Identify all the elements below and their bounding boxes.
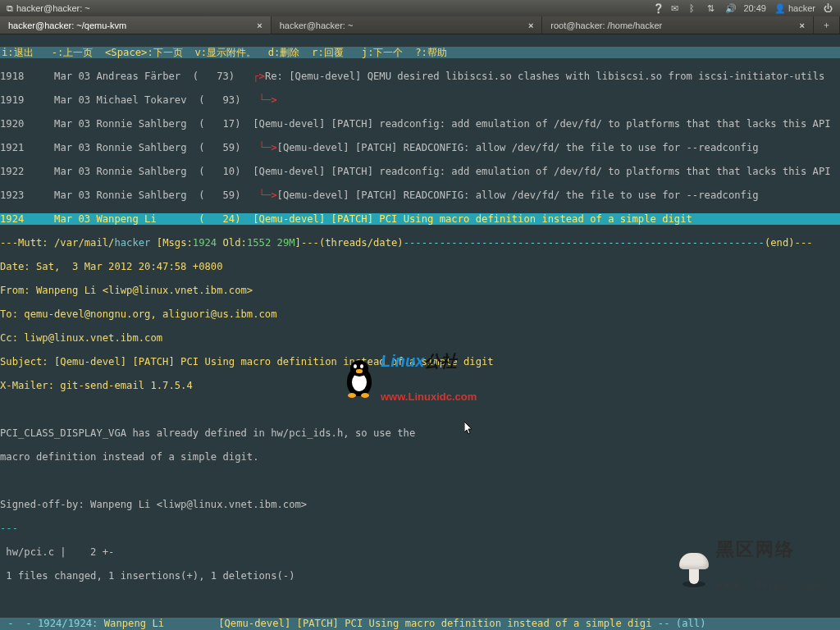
tab-label: root@hacker: /home/hacker [550, 21, 662, 30]
diffstat: hw/pci.c | 2 +- [0, 546, 840, 559]
clock[interactable]: 20:49 [743, 3, 766, 13]
window-app-icon: ⧉ [7, 3, 13, 14]
close-tab-icon[interactable]: × [257, 21, 262, 30]
system-tray[interactable]: ❔ ✉ ᛒ ⇅ 🔊 20:49 👤 hacker ⏻ [653, 3, 833, 14]
mail-header-date: Date: Sat, 3 Mar 2012 20:47:58 +0800 [0, 261, 840, 273]
diffstat: 1 files changed, 1 insertions(+), 1 dele… [0, 570, 840, 582]
mail-separator: --- [0, 523, 840, 535]
mutt-status-line: ---Mutt: /var/mail/hacker [Msgs:1924 Old… [0, 237, 840, 249]
bluetooth-icon[interactable]: ᛒ [689, 3, 699, 13]
mail-body [0, 404, 840, 416]
mail-header-xmailer: X-Mailer: git-send-email 1.7.5.4 [0, 380, 840, 392]
mutt-help-bar: i:退出 -:上一页 <Space>:下一页 v:显示附件。 d:删除 r:回覆… [0, 47, 840, 59]
mail-index-row[interactable]: 1918 Mar 03 Andreas Färber ( 73) ┌>Re: [… [0, 71, 840, 83]
tab-label: hacker@hacker: ~/qemu-kvm [8, 21, 126, 30]
close-tab-icon[interactable]: × [528, 21, 533, 30]
window-title: hacker@hacker: ~ [16, 3, 90, 13]
terminal-tabbar: hacker@hacker: ~/qemu-kvm × hacker@hacke… [0, 16, 840, 34]
mail-index-row[interactable]: 1920 Mar 03 Ronnie Sahlberg ( 17) [Qemu-… [0, 118, 840, 130]
close-tab-icon[interactable]: × [800, 21, 805, 30]
os-titlebar: ⧉ hacker@hacker: ~ ❔ ✉ ᛒ ⇅ 🔊 20:49 👤 hac… [0, 0, 840, 16]
new-tab-button[interactable]: ＋ [814, 16, 840, 34]
mail-header-subject: Subject: [Qemu-devel] [PATCH] PCI Using … [0, 356, 840, 368]
mail-index-row[interactable]: 1919 Mar 03 Michael Tokarev ( 93) └─> [0, 94, 840, 107]
terminal-tab-1[interactable]: hacker@hacker: ~/qemu-kvm × [0, 16, 272, 34]
mail-signed-off: Signed-off-by: Wanpeng Li <liwp@linux.vn… [0, 499, 840, 511]
mail-body [0, 475, 840, 487]
mail-index-row[interactable]: 1921 Mar 03 Ronnie Sahlberg ( 59) └─>[Qe… [0, 142, 840, 154]
power-icon[interactable]: ⏻ [824, 3, 833, 13]
mutt-pager-status: - - 1924/1924: Wanpeng Li [Qemu-devel] [… [0, 618, 840, 630]
mail-header-cc: Cc: liwp@linux.vnet.ibm.com [0, 332, 840, 345]
mail-index-row-selected[interactable]: 1924 Mar 03 Wanpeng Li ( 24) [Qemu-devel… [0, 213, 840, 226]
terminal-tab-3[interactable]: root@hacker: /home/hacker × [542, 16, 814, 34]
mail-index-row[interactable]: 1923 Mar 03 Ronnie Sahlberg ( 59) └─>[Qe… [0, 189, 840, 202]
mail-index-row[interactable]: 1922 Mar 03 Ronnie Sahlberg ( 10) [Qemu-… [0, 166, 840, 178]
volume-icon[interactable]: 🔊 [725, 3, 735, 13]
mail-header-to: To: qemu-devel@nongnu.org, aliguori@us.i… [0, 308, 840, 321]
terminal-pane[interactable]: i:退出 -:上一页 <Space>:下一页 v:显示附件。 d:删除 r:回覆… [0, 34, 840, 630]
user-indicator[interactable]: 👤 hacker [774, 3, 815, 14]
terminal-tab-2[interactable]: hacker@hacker: ~ × [272, 16, 543, 34]
mail-body: macro definition instead of a simple dig… [0, 451, 840, 463]
network-icon[interactable]: ⇅ [707, 3, 717, 13]
tab-label: hacker@hacker: ~ [280, 21, 354, 30]
help-icon[interactable]: ❔ [653, 3, 663, 13]
mail-header-from: From: Wanpeng Li <liwp@linux.vnet.ibm.co… [0, 285, 840, 297]
mail-body: PCI_CLASS_DISPLAY_VGA has already define… [0, 427, 840, 440]
mail-icon[interactable]: ✉ [671, 3, 681, 13]
